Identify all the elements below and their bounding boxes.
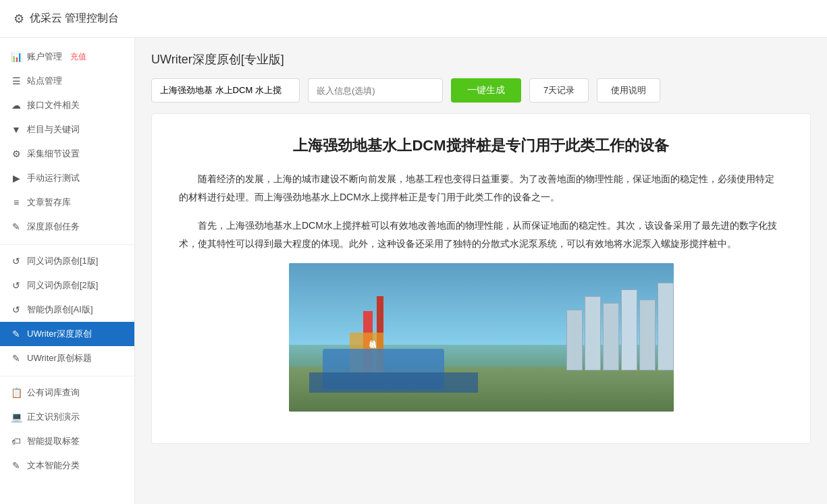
list-icon: ☰: [11, 76, 22, 86]
sidebar-divider-1: [0, 244, 134, 245]
tarp-dark: [309, 372, 478, 393]
sidebar-item-aiorig[interactable]: ↺ 智能伪原创[AI版]: [0, 298, 134, 322]
gear-icon: ⚙: [14, 11, 24, 26]
sidebar-divider-2: [0, 376, 134, 376]
sidebar-item-textclass[interactable]: ✎ 文本智能分类: [0, 453, 134, 478]
refresh-icon: ↺: [11, 304, 22, 315]
main-content: UWriter深度原创[专业版] 一键生成 7天记录 使用说明 上海强劲地基水上…: [135, 38, 827, 504]
sidebar-label: 文本智能分类: [27, 459, 80, 472]
sidebar-label: 智能提取标签: [27, 435, 80, 447]
sidebar-item-manual[interactable]: ▶ 手动运行测试: [0, 166, 134, 190]
building-1: [566, 310, 583, 370]
edit-icon: ✎: [11, 329, 22, 339]
settings-icon: ⚙: [11, 148, 22, 159]
page-title: UWriter深度原创[专业版]: [151, 51, 811, 67]
sidebar-label: 站点管理: [27, 75, 62, 87]
crane-text: 机械: [368, 335, 377, 337]
embed-input[interactable]: [308, 78, 443, 103]
sidebar-section-3: 📋 公有词库查询 💻 正文识别演示 🏷 智能提取标签 ✎ 文本智能分类: [0, 381, 134, 478]
sidebar-label: 正文识别演示: [27, 411, 80, 423]
sidebar-label: 公有词库查询: [27, 387, 80, 399]
building-4: [621, 289, 637, 370]
sidebar-section-1: 📊 账户管理 充值 ☰ 站点管理 ☁ 接口文件相关 ▼ 栏目与关键词 ⚙ 采集细…: [0, 45, 134, 239]
tag-icon: 🏷: [11, 436, 22, 447]
article-title: 上海强劲地基水上DCM搅拌桩是专门用于此类工作的设备: [179, 134, 783, 157]
app-header: ⚙ 优采云 管理控制台: [0, 0, 827, 38]
sidebar-section-2: ↺ 同义词伪原创[1版] ↺ 同义词伪原创[2版] ↺ 智能伪原创[AI版] ✎…: [0, 249, 134, 370]
buildings-group: [566, 283, 674, 370]
app-title-text: 优采云 管理控制台: [30, 11, 119, 26]
sidebar-item-column[interactable]: ▼ 栏目与关键词: [0, 117, 134, 142]
sidebar-item-uwriter[interactable]: ✎ UWriter深度原创: [0, 322, 134, 346]
edit-icon: ✎: [11, 353, 22, 364]
sidebar-label: 同义词伪原创[1版]: [27, 255, 98, 267]
sidebar-item-collect[interactable]: ⚙ 采集细节设置: [0, 142, 134, 166]
classify-icon: ✎: [11, 460, 22, 471]
app-title: ⚙ 优采云 管理控制台: [14, 11, 119, 26]
sidebar-label: 手动运行测试: [27, 172, 80, 184]
edit-icon: ✎: [11, 221, 22, 232]
building-2: [585, 296, 601, 370]
layers-icon: ≡: [11, 197, 22, 208]
sidebar-item-site[interactable]: ☰ 站点管理: [0, 69, 134, 93]
refresh-icon: ↺: [11, 256, 22, 267]
sidebar-label: 文章暂存库: [27, 196, 71, 208]
sidebar-item-synonym2[interactable]: ↺ 同义词伪原创[2版]: [0, 273, 134, 298]
sidebar-label: 栏目与关键词: [27, 123, 80, 136]
recharge-badge[interactable]: 充值: [70, 51, 86, 63]
sidebar-label: UWriter原创标题: [27, 352, 92, 364]
help-button[interactable]: 使用说明: [597, 78, 660, 103]
record-button[interactable]: 7天记录: [529, 78, 589, 103]
keyword-input[interactable]: [151, 78, 300, 103]
building-3: [603, 303, 619, 370]
sidebar-item-deeporig[interactable]: ✎ 深度原创任务: [0, 215, 134, 239]
monitor-icon: 💻: [11, 412, 22, 422]
sidebar-label: 采集细节设置: [27, 148, 80, 160]
sidebar-item-synonym1[interactable]: ↺ 同义词伪原创[1版]: [0, 249, 134, 273]
sidebar-label: 深度原创任务: [27, 221, 80, 233]
sidebar-label: UWriter深度原创: [27, 328, 92, 340]
sidebar-label: 智能伪原创[AI版]: [27, 304, 93, 316]
main-layout: 📊 账户管理 充值 ☰ 站点管理 ☁ 接口文件相关 ▼ 栏目与关键词 ⚙ 采集细…: [0, 38, 827, 504]
generate-button[interactable]: 一键生成: [451, 78, 521, 103]
sidebar-item-interface[interactable]: ☁ 接口文件相关: [0, 93, 134, 117]
sidebar-label: 同义词伪原创[2版]: [27, 279, 98, 291]
article-container[interactable]: 上海强劲地基水上DCM搅拌桩是专门用于此类工作的设备 随着经济的发展，上海的城市…: [151, 113, 811, 444]
filter-icon: ▼: [11, 124, 22, 135]
sidebar-item-account[interactable]: 📊 账户管理 充值: [0, 45, 134, 69]
sidebar-label: 接口文件相关: [27, 99, 80, 111]
sidebar-item-smarttag[interactable]: 🏷 智能提取标签: [0, 429, 134, 453]
building-6: [658, 283, 674, 370]
sidebar-item-uwritertitle[interactable]: ✎ UWriter原创标题: [0, 346, 134, 370]
toolbar: 一键生成 7天记录 使用说明: [151, 78, 811, 103]
doc-icon: 📋: [11, 387, 22, 398]
article-para-1: 随着经济的发展，上海的城市建设不断向前发展，地基工程也变得日益重要。为了改善地面…: [179, 170, 783, 206]
sidebar-label: 账户管理: [27, 51, 62, 63]
article-image: 机械: [289, 263, 674, 412]
sidebar: 📊 账户管理 充值 ☰ 站点管理 ☁ 接口文件相关 ▼ 栏目与关键词 ⚙ 采集细…: [0, 38, 135, 504]
cloud-icon: ☁: [11, 100, 22, 111]
sidebar-item-textrecog[interactable]: 💻 正文识别演示: [0, 405, 134, 429]
building-5: [639, 300, 656, 370]
sidebar-item-wordsearch[interactable]: 📋 公有词库查询: [0, 381, 134, 405]
play-icon: ▶: [11, 173, 22, 184]
article-para-2: 首先，上海强劲地基水上DCM水上搅拌桩可以有效地改善地面的物理性能，从而保证地面…: [179, 217, 783, 252]
sidebar-item-draft[interactable]: ≡ 文章暂存库: [0, 190, 134, 215]
refresh-icon: ↺: [11, 280, 22, 291]
chart-icon: 📊: [11, 51, 22, 62]
